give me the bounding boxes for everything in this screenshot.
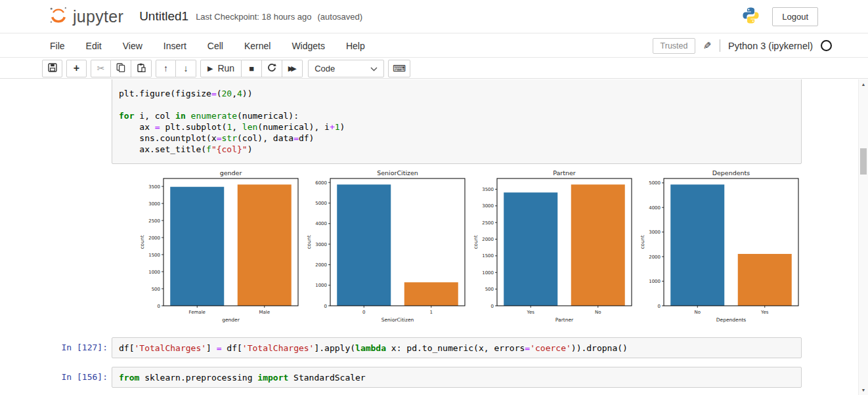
- svg-text:5000: 5000: [649, 180, 661, 186]
- menu-widgets[interactable]: Widgets: [281, 35, 336, 56]
- vertical-scrollbar[interactable]: ▲ ▼: [858, 79, 868, 395]
- svg-text:Yes: Yes: [760, 310, 769, 315]
- restart-run-all-button[interactable]: ▶▶: [282, 60, 303, 77]
- restart-kernel-button[interactable]: [262, 60, 282, 77]
- menu-help[interactable]: Help: [336, 35, 376, 56]
- notebook-title[interactable]: Untitled1: [139, 9, 188, 24]
- svg-text:Partner: Partner: [553, 169, 576, 177]
- svg-text:1: 1: [430, 310, 433, 315]
- subplot-gender: FemaleMale0500100015002000250030003500ge…: [139, 169, 301, 327]
- svg-text:500: 500: [485, 287, 494, 292]
- stop-icon: ■: [249, 64, 254, 73]
- svg-text:2500: 2500: [482, 220, 494, 226]
- svg-text:No: No: [694, 310, 701, 315]
- cell-output-figure: FemaleMale0500100015002000250030003500ge…: [139, 169, 802, 327]
- trusted-badge[interactable]: Trusted: [653, 38, 696, 54]
- svg-text:3000: 3000: [482, 203, 494, 209]
- svg-text:0: 0: [158, 304, 160, 309]
- subplot-Dependents: NoYes010002000300040005000DependentsDepe…: [639, 169, 802, 327]
- run-label: Run: [217, 63, 234, 73]
- menu-file[interactable]: File: [39, 35, 76, 56]
- svg-text:1000: 1000: [315, 283, 327, 288]
- paste-cell-button[interactable]: [131, 60, 152, 77]
- svg-text:No: No: [595, 310, 601, 315]
- svg-text:4000: 4000: [315, 221, 327, 226]
- menu-insert[interactable]: Insert: [153, 35, 197, 56]
- svg-text:1000: 1000: [148, 270, 160, 275]
- cell-type-value: Code: [315, 64, 335, 73]
- pencil-icon[interactable]: ✎: [703, 40, 712, 52]
- run-button[interactable]: ▶ Run: [200, 60, 242, 77]
- clipboard-icon: [137, 63, 146, 74]
- cut-cell-button[interactable]: ✂: [91, 60, 111, 77]
- jupyter-notebook-app: jupyter Untitled1 Last Checkpoint: 18 ho…: [0, 0, 868, 395]
- svg-text:Male: Male: [259, 310, 270, 315]
- scroll-down-arrow-icon[interactable]: ▼: [859, 388, 868, 392]
- jupyter-logo[interactable]: jupyter: [49, 5, 123, 28]
- logout-button[interactable]: Logout: [772, 7, 818, 26]
- svg-text:gender: gender: [222, 317, 240, 323]
- menu-view[interactable]: View: [112, 35, 153, 56]
- svg-text:3000: 3000: [649, 230, 661, 235]
- toolbar: + ✂: [0, 58, 868, 79]
- svg-text:2000: 2000: [649, 255, 661, 260]
- code-line: sns.countplot(x=str(col), data=df): [119, 133, 794, 144]
- code-line: [119, 99, 794, 110]
- svg-text:0: 0: [658, 304, 661, 309]
- scrollbar-thumb[interactable]: [860, 148, 867, 175]
- insert-cell-below-button[interactable]: +: [66, 60, 87, 77]
- svg-text:count: count: [640, 235, 645, 249]
- keyboard-icon: ⌨: [393, 63, 406, 73]
- menubar: FileEditViewInsertCellKernelWidgetsHelp …: [0, 34, 868, 58]
- chevron-down-icon: [370, 64, 378, 73]
- subplot-SeniorCitizen: 010100020003000400050006000SeniorCitizen…: [305, 169, 468, 327]
- menu-edit[interactable]: Edit: [76, 35, 112, 56]
- code-line: for i, col in enumerate(numerical):: [119, 110, 794, 121]
- code-cell-totalcharges[interactable]: df['TotalCharges'] = df['TotalCharges'].…: [112, 337, 802, 358]
- menubar-divider: [720, 39, 720, 52]
- command-palette-button[interactable]: ⌨: [388, 60, 410, 77]
- svg-text:1500: 1500: [482, 253, 494, 259]
- svg-text:Partner: Partner: [555, 317, 574, 323]
- save-button[interactable]: [42, 60, 62, 77]
- svg-text:5000: 5000: [315, 201, 327, 206]
- svg-text:500: 500: [152, 287, 160, 292]
- restart-icon: [267, 63, 276, 74]
- copy-icon: [116, 63, 125, 74]
- fast-forward-icon: ▶▶: [288, 64, 297, 73]
- subplot-Partner: YesNo0500100015002000250030003500Partner…: [472, 169, 635, 327]
- menu-kernel[interactable]: Kernel: [234, 35, 281, 56]
- cell-type-select[interactable]: Code: [308, 60, 384, 77]
- svg-text:1500: 1500: [148, 253, 160, 258]
- svg-text:3000: 3000: [148, 201, 160, 207]
- arrow-down-icon: ↓: [184, 63, 188, 73]
- svg-text:1000: 1000: [482, 270, 494, 276]
- floppy-icon: [48, 63, 57, 74]
- notebook-header: jupyter Untitled1 Last Checkpoint: 18 ho…: [0, 0, 868, 33]
- jupyter-logo-text: jupyter: [73, 7, 123, 26]
- input-prompt-127: In [127]:: [49, 343, 108, 352]
- interrupt-kernel-button[interactable]: ■: [242, 60, 262, 77]
- move-cell-down-button[interactable]: ↓: [176, 60, 196, 77]
- svg-text:Female: Female: [189, 310, 206, 315]
- move-cell-up-button[interactable]: ↑: [156, 60, 176, 77]
- menu-cell[interactable]: Cell: [197, 35, 234, 56]
- jupyter-logo-icon: [49, 5, 68, 28]
- code-line: ax.set_title(f"{col}"): [119, 144, 794, 155]
- scroll-up-arrow-icon[interactable]: ▲: [859, 82, 868, 87]
- svg-text:Dependents: Dependents: [712, 169, 750, 177]
- svg-text:2000: 2000: [482, 237, 494, 242]
- code-cell-countplot[interactable]: plt.figure(figsize=(20,4)) for i, col in…: [112, 79, 802, 164]
- header-right: Logout: [741, 6, 818, 28]
- arrow-up-icon: ↑: [163, 63, 168, 73]
- code-line: ax = plt.subplot(1, len(numerical), i+1): [119, 121, 794, 133]
- copy-cell-button[interactable]: [111, 60, 131, 77]
- kernel-idle-indicator-icon: [821, 40, 832, 51]
- svg-text:2000: 2000: [148, 236, 160, 241]
- svg-text:2500: 2500: [148, 218, 160, 224]
- code-line: from sklearn.preprocessing import Standa…: [119, 372, 794, 383]
- svg-text:3500: 3500: [482, 187, 494, 192]
- svg-text:6000: 6000: [315, 180, 327, 186]
- code-cell-standardscaler[interactable]: from sklearn.preprocessing import Standa…: [112, 367, 802, 388]
- svg-text:count: count: [306, 235, 312, 249]
